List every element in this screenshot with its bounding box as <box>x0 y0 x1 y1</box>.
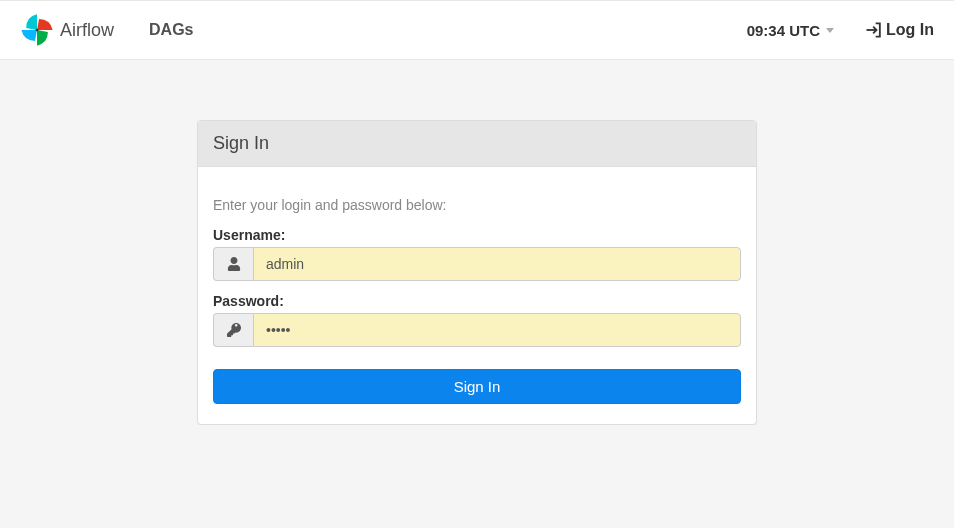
navbar-left: Airflow DAGs <box>20 13 193 47</box>
key-icon <box>213 313 253 347</box>
password-group: Password: <box>213 293 741 347</box>
login-icon <box>864 20 884 40</box>
panel-heading: Sign In <box>198 121 756 167</box>
signin-panel: Sign In Enter your login and password be… <box>197 120 757 425</box>
nav-dags-link[interactable]: DAGs <box>149 21 193 39</box>
clock-dropdown[interactable]: 09:34 UTC <box>747 22 834 39</box>
signin-button[interactable]: Sign In <box>213 369 741 404</box>
caret-down-icon <box>826 28 834 33</box>
username-input[interactable] <box>253 247 741 281</box>
clock-text: 09:34 UTC <box>747 22 820 39</box>
login-link-text: Log In <box>886 21 934 39</box>
username-label: Username: <box>213 227 741 243</box>
password-input[interactable] <box>253 313 741 347</box>
password-input-group <box>213 313 741 347</box>
navbar: Airflow DAGs 09:34 UTC Log In <box>0 0 954 60</box>
svg-point-0 <box>36 29 39 32</box>
username-group: Username: <box>213 227 741 281</box>
navbar-right: 09:34 UTC Log In <box>747 20 934 40</box>
user-icon <box>213 247 253 281</box>
panel-body: Enter your login and password below: Use… <box>198 167 756 424</box>
password-label: Password: <box>213 293 741 309</box>
help-text: Enter your login and password below: <box>213 197 741 213</box>
brand-link[interactable]: Airflow <box>20 13 114 47</box>
username-input-group <box>213 247 741 281</box>
login-link[interactable]: Log In <box>864 20 934 40</box>
main-container: Sign In Enter your login and password be… <box>197 120 757 425</box>
airflow-pinwheel-icon <box>20 13 54 47</box>
brand-text: Airflow <box>60 20 114 41</box>
